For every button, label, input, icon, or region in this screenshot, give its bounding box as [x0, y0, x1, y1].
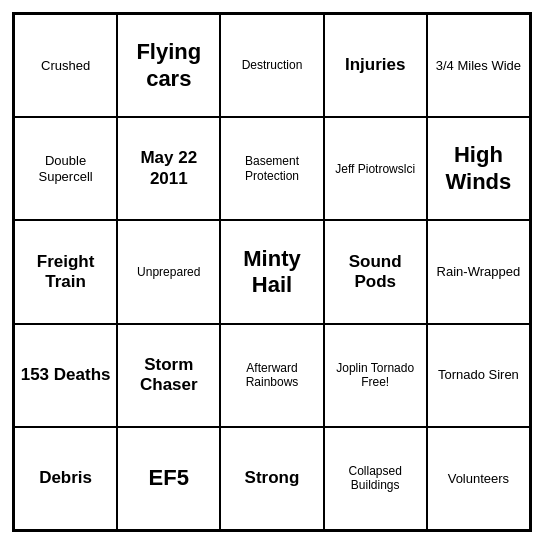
bingo-cell-11: Unprepared [117, 220, 220, 323]
bingo-board: CrushedFlying carsDestructionInjuries3/4… [12, 12, 532, 532]
bingo-cell-7: Basement Protection [220, 117, 323, 220]
bingo-cell-10: Freight Train [14, 220, 117, 323]
bingo-cell-3: Injuries [324, 14, 427, 117]
bingo-cell-22: Strong [220, 427, 323, 530]
bingo-cell-16: Storm Chaser [117, 324, 220, 427]
bingo-cell-18: Joplin Tornado Free! [324, 324, 427, 427]
bingo-cell-23: Collapsed Buildings [324, 427, 427, 530]
bingo-cell-1: Flying cars [117, 14, 220, 117]
bingo-cell-19: Tornado Siren [427, 324, 530, 427]
bingo-cell-24: Volunteers [427, 427, 530, 530]
bingo-cell-5: Double Supercell [14, 117, 117, 220]
bingo-cell-4: 3/4 Miles Wide [427, 14, 530, 117]
bingo-cell-0: Crushed [14, 14, 117, 117]
bingo-cell-9: High Winds [427, 117, 530, 220]
bingo-cell-17: Afterward Rainbows [220, 324, 323, 427]
bingo-cell-15: 153 Deaths [14, 324, 117, 427]
bingo-cell-2: Destruction [220, 14, 323, 117]
bingo-cell-14: Rain-Wrapped [427, 220, 530, 323]
bingo-cell-8: Jeff Piotrowslci [324, 117, 427, 220]
bingo-cell-13: Sound Pods [324, 220, 427, 323]
bingo-cell-21: EF5 [117, 427, 220, 530]
bingo-cell-20: Debris [14, 427, 117, 530]
bingo-cell-12: Minty Hail [220, 220, 323, 323]
bingo-cell-6: May 22 2011 [117, 117, 220, 220]
